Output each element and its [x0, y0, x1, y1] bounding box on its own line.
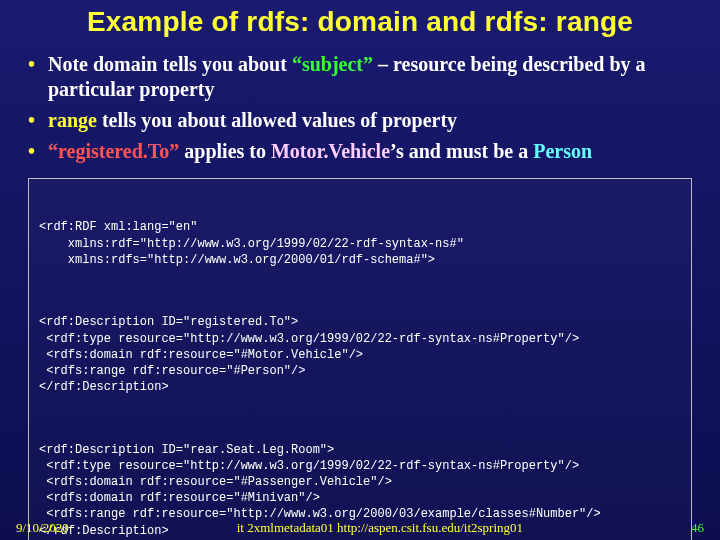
footer-date: 9/10/2020: [16, 520, 69, 536]
code-box: <rdf:RDF xml:lang="en" xmlns:rdf="http:/…: [28, 178, 692, 540]
bullet-1: Note domain tells you about “subject” – …: [32, 52, 700, 102]
bullet-3-text-a: applies to: [179, 140, 271, 162]
slide: Example of rdfs: domain and rdfs: range …: [0, 0, 720, 540]
bullet-2: range tells you about allowed values of …: [32, 108, 700, 133]
code-block-1: <rdf:RDF xml:lang="en" xmlns:rdf="http:/…: [39, 219, 681, 268]
bullet-3-person: Person: [533, 140, 592, 162]
bullet-3-motorvehicle: Motor.Vehicle: [271, 140, 390, 162]
slide-title: Example of rdfs: domain and rdfs: range: [14, 6, 706, 38]
bullet-1-subject: “subject”: [292, 53, 373, 75]
bullet-list: Note domain tells you about “subject” – …: [14, 52, 706, 164]
code-block-2: <rdf:Description ID="registered.To"> <rd…: [39, 314, 681, 395]
bullet-3: “registered.To” applies to Motor.Vehicle…: [32, 139, 700, 164]
bullet-2-range: range: [48, 109, 97, 131]
bullet-1-text-a: Note domain tells you about: [48, 53, 292, 75]
bullet-3-registeredto: “registered.To”: [48, 140, 179, 162]
slide-number: 46: [691, 520, 704, 536]
footer-source: it 2xmlmetadata01 http://aspen.csit.fsu.…: [69, 520, 691, 536]
bullet-3-text-b: ’s and must be a: [390, 140, 533, 162]
bullet-2-text: tells you about allowed values of proper…: [97, 109, 457, 131]
footer: 9/10/2020 it 2xmlmetadata01 http://aspen…: [0, 520, 720, 536]
